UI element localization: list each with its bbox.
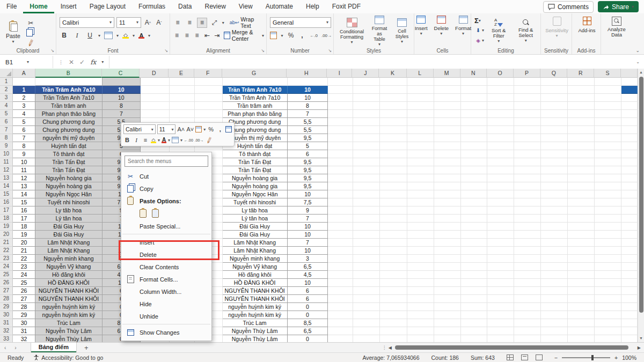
cell-O6[interactable] bbox=[487, 118, 514, 126]
cell-L16[interactable] bbox=[407, 198, 434, 206]
cell-B14[interactable]: Nguyễn hoàng gia bbox=[35, 182, 103, 190]
format-as-table-button[interactable]: Format as Table ▾ bbox=[369, 16, 390, 47]
cell-R29[interactable] bbox=[568, 303, 595, 311]
cell-O4[interactable] bbox=[487, 102, 514, 110]
cell-K6[interactable] bbox=[380, 118, 407, 126]
cell-partial-11[interactable] bbox=[621, 158, 638, 166]
cell-Q14[interactable] bbox=[541, 182, 568, 190]
cell-P12[interactable] bbox=[514, 166, 541, 174]
cell-E1[interactable] bbox=[170, 78, 195, 86]
row-header-23[interactable]: 23 bbox=[0, 255, 13, 263]
cell-B11[interactable]: Trần Tấn Đạt bbox=[35, 158, 103, 166]
column-header-M[interactable]: M bbox=[434, 69, 460, 78]
cell-partial-3[interactable] bbox=[621, 94, 638, 102]
cell-N12[interactable] bbox=[461, 166, 487, 174]
cell-partial-10[interactable] bbox=[621, 150, 638, 158]
cell-O16[interactable] bbox=[487, 198, 514, 206]
cell-S19[interactable] bbox=[595, 223, 621, 231]
cell-J16[interactable] bbox=[353, 198, 380, 206]
font-dialog-launcher[interactable]: ↘ bbox=[164, 48, 168, 53]
cell-I4[interactable] bbox=[328, 102, 353, 110]
tab-file[interactable]: File bbox=[0, 0, 23, 13]
cell-L6[interactable] bbox=[407, 118, 434, 126]
cell-P9[interactable] bbox=[514, 142, 541, 150]
row-header-22[interactable]: 22 bbox=[0, 247, 13, 255]
cell-L21[interactable] bbox=[407, 239, 434, 247]
tab-review[interactable]: Review bbox=[198, 0, 232, 13]
menu-item-clear-contents[interactable]: Clear Contents bbox=[121, 261, 211, 273]
sheet-tab-active[interactable]: Bảng điểm bbox=[31, 343, 77, 353]
cell-M10[interactable] bbox=[434, 150, 461, 158]
cell-O33[interactable] bbox=[487, 335, 514, 342]
cell-M29[interactable] bbox=[434, 303, 461, 311]
mini-italic-button[interactable]: I bbox=[133, 136, 140, 144]
cell-E4[interactable] bbox=[170, 102, 195, 110]
cell-I14[interactable] bbox=[328, 182, 353, 190]
cell-B3[interactable]: Trần Trâm Anh 7a10 bbox=[35, 94, 103, 102]
cell-partial-12[interactable] bbox=[621, 166, 638, 174]
cell-I29[interactable] bbox=[328, 303, 353, 311]
cell-A23[interactable]: 22 bbox=[13, 255, 35, 263]
cell-Q2[interactable] bbox=[541, 86, 568, 94]
cell-B17[interactable]: Ly tâb hoa bbox=[35, 206, 103, 215]
cell-L29[interactable] bbox=[407, 303, 434, 311]
cell-H18[interactable]: 7 bbox=[288, 215, 328, 223]
cell-partial-2[interactable] bbox=[621, 86, 638, 94]
cell-N17[interactable] bbox=[461, 206, 487, 215]
cell-J6[interactable] bbox=[353, 118, 380, 126]
cell-O17[interactable] bbox=[487, 206, 514, 215]
cell-I1[interactable] bbox=[328, 78, 353, 86]
cell-L8[interactable] bbox=[407, 134, 434, 142]
cell-L31[interactable] bbox=[407, 319, 434, 327]
cell-J7[interactable] bbox=[353, 126, 380, 134]
cell-K11[interactable] bbox=[380, 158, 407, 166]
horizontal-scroll-thumb[interactable] bbox=[395, 345, 628, 350]
cell-R32[interactable] bbox=[568, 327, 595, 335]
cell-H19[interactable]: 10 bbox=[288, 223, 328, 231]
cell-S33[interactable] bbox=[595, 335, 621, 342]
cell-R11[interactable] bbox=[568, 158, 595, 166]
underline-button[interactable]: U bbox=[85, 31, 94, 40]
row-header-30[interactable]: 30 bbox=[0, 311, 13, 319]
cell-K2[interactable] bbox=[380, 86, 407, 94]
cell-A19[interactable]: 18 bbox=[13, 223, 35, 231]
menu-item-paste-options[interactable]: Paste Options: bbox=[121, 195, 211, 207]
cell-partial-21[interactable] bbox=[621, 239, 638, 247]
cell-Q13[interactable] bbox=[541, 174, 568, 182]
cell-I30[interactable] bbox=[328, 311, 353, 319]
cell-M2[interactable] bbox=[434, 86, 461, 94]
tab-insert[interactable]: Insert bbox=[54, 0, 83, 13]
cell-I16[interactable] bbox=[328, 198, 353, 206]
cell-S23[interactable] bbox=[595, 255, 621, 263]
cell-B26[interactable]: HỒ ĐĂNG KHÔI bbox=[35, 279, 103, 287]
paste-values-icon[interactable] bbox=[152, 209, 159, 218]
cell-P5[interactable] bbox=[514, 110, 541, 118]
cell-partial-4[interactable] bbox=[621, 102, 638, 110]
cell-K17[interactable] bbox=[380, 206, 407, 215]
cell-M5[interactable] bbox=[434, 110, 461, 118]
mini-format-painter-button[interactable]: 🖉 bbox=[204, 135, 214, 145]
cell-H9[interactable]: 5 bbox=[288, 142, 328, 150]
cell-H15[interactable]: 10 bbox=[288, 190, 328, 198]
cell-R12[interactable] bbox=[568, 166, 595, 174]
cell-M19[interactable] bbox=[434, 223, 461, 231]
cell-S5[interactable] bbox=[595, 110, 621, 118]
cell-P19[interactable] bbox=[514, 223, 541, 231]
cell-K31[interactable] bbox=[380, 319, 407, 327]
cell-L32[interactable] bbox=[407, 327, 434, 335]
cell-G20[interactable]: Đái Gia Huy bbox=[223, 231, 288, 239]
cell-C5[interactable]: 7 bbox=[103, 110, 141, 118]
cell-B7[interactable]: Chung phương dung bbox=[35, 126, 103, 134]
cell-G18[interactable]: Lý tân hoa bbox=[223, 215, 288, 223]
cell-N26[interactable] bbox=[461, 279, 487, 287]
cell-H24[interactable]: 6,5 bbox=[288, 263, 328, 271]
comments-button[interactable]: Comments bbox=[543, 1, 594, 13]
cell-K15[interactable] bbox=[380, 190, 407, 198]
cell-A20[interactable]: 19 bbox=[13, 231, 35, 239]
cell-P11[interactable] bbox=[514, 158, 541, 166]
borders-button[interactable] bbox=[104, 32, 113, 39]
menu-search-box[interactable] bbox=[125, 156, 208, 167]
cell-partial-20[interactable] bbox=[621, 231, 638, 239]
cell-F4[interactable] bbox=[195, 102, 223, 110]
cell-B31[interactable]: Trúc Lam bbox=[35, 319, 103, 327]
